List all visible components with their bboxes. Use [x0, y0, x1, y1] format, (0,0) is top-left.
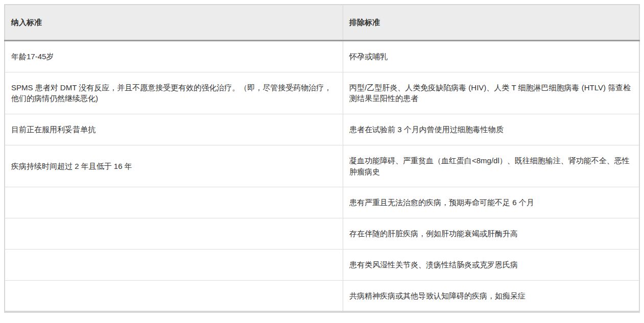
table-row: 疾病持续时间超过 2 年且低于 16 年凝血功能障碍、严重贫血（血红蛋白<8mg…	[5, 145, 639, 187]
inclusion-cell: SPMS 患者对 DMT 没有反应，并且不愿意接受更有效的强化治疗。（即，尽管接…	[5, 72, 343, 114]
inclusion-cell: 疾病持续时间超过 2 年且低于 16 年	[5, 145, 343, 187]
inclusion-cell: 年龄17-45岁	[5, 40, 343, 72]
exclusion-cell: 存在伴随的肝脏疾病，例如肝功能衰竭或肝酶升高	[343, 218, 639, 250]
inclusion-cell	[5, 187, 343, 218]
table-row: 患有严重且无法治愈的疾病，预期寿命可能不足 6 个月	[5, 187, 639, 218]
exclusion-criteria-header: 排除标准	[343, 5, 639, 40]
exclusion-cell: 患有类风湿性关节炎、溃疡性结肠炎或克罗恩氏病	[343, 249, 639, 280]
table-row: 患有类风湿性关节炎、溃疡性结肠炎或克罗恩氏病	[5, 249, 639, 280]
exclusion-cell: 凝血功能障碍、严重贫血（血红蛋白<8mg/dl）、既往细胞输注、肾功能不全、恶性…	[343, 145, 639, 187]
table-row: 年龄17-45岁怀孕或哺乳	[5, 40, 639, 72]
inclusion-cell	[5, 249, 343, 280]
header-row: 纳入标准 排除标准	[5, 5, 639, 40]
exclusion-cell: 丙型/乙型肝炎、人类免疫缺陷病毒 (HIV)、人类 T 细胞淋巴细胞病毒 (HT…	[343, 72, 639, 114]
inclusion-criteria-header: 纳入标准	[5, 5, 343, 40]
exclusion-cell: 怀孕或哺乳	[343, 40, 639, 72]
table-row: 共病精神疾病或其他导致认知障碍的疾病，如痴呆症	[5, 280, 639, 312]
inclusion-cell	[5, 280, 343, 312]
table-row: 存在伴随的肝脏疾病，例如肝功能衰竭或肝酶升高	[5, 218, 639, 250]
table-row: 目前正在服用利妥昔单抗患者在试验前 3 个月内曾使用过细胞毒性物质	[5, 114, 639, 145]
criteria-table-header: 纳入标准 排除标准	[5, 5, 639, 40]
inclusion-cell	[5, 218, 343, 250]
inclusion-cell: 目前正在服用利妥昔单抗	[5, 114, 343, 145]
exclusion-cell: 患者在试验前 3 个月内曾使用过细胞毒性物质	[343, 114, 639, 145]
criteria-table: 纳入标准 排除标准 年龄17-45岁怀孕或哺乳SPMS 患者对 DMT 没有反应…	[4, 4, 640, 313]
table-row: SPMS 患者对 DMT 没有反应，并且不愿意接受更有效的强化治疗。（即，尽管接…	[5, 72, 639, 114]
exclusion-cell: 共病精神疾病或其他导致认知障碍的疾病，如痴呆症	[343, 280, 639, 312]
exclusion-cell: 患有严重且无法治愈的疾病，预期寿命可能不足 6 个月	[343, 187, 639, 218]
criteria-table-body: 年龄17-45岁怀孕或哺乳SPMS 患者对 DMT 没有反应，并且不愿意接受更有…	[5, 40, 639, 312]
